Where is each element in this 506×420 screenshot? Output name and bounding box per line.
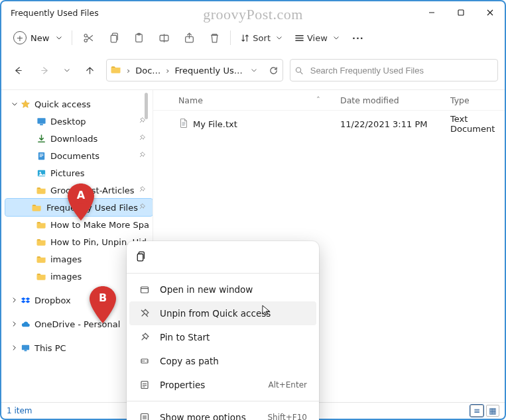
- ctx-pin-to-start[interactable]: Pin to Start: [129, 325, 316, 349]
- sidebar-item-label: Quick access: [34, 99, 91, 109]
- address-bar[interactable]: › Doc… › Frequently Us…: [106, 59, 283, 81]
- documents-icon: [36, 150, 46, 161]
- cloud-icon: [20, 319, 31, 329]
- ctx-item-label: Copy as path: [160, 356, 219, 366]
- sidebar-item-groovypost-articles[interactable]: GroovyPost-Articles: [21, 182, 153, 199]
- sidebar-item-documents[interactable]: Documents: [21, 147, 153, 164]
- ctx-shortcut: Alt+Enter: [268, 380, 307, 390]
- search-input[interactable]: [309, 65, 493, 76]
- sort-label: Sort: [253, 33, 271, 43]
- close-button[interactable]: [475, 1, 505, 24]
- file-type: Text Document: [450, 114, 505, 134]
- folder-icon: [36, 271, 46, 282]
- pictures-icon: [36, 168, 46, 178]
- cut-button[interactable]: [76, 28, 100, 48]
- sidebar-item-pictures[interactable]: Pictures: [21, 164, 153, 182]
- sidebar-item-label: Downloads: [50, 134, 97, 144]
- refresh-button[interactable]: [265, 62, 283, 79]
- sidebar-item-label: images: [50, 254, 82, 264]
- ctx-show-more-options[interactable]: Show more options Shift+F10: [129, 405, 316, 420]
- ctx-unpin-quick-access[interactable]: Unpin from Quick access: [129, 301, 316, 325]
- dropbox-icon: [20, 295, 31, 305]
- copy-button[interactable]: [101, 28, 125, 48]
- status-view-icons[interactable]: ≡ ▦: [470, 405, 499, 417]
- sidebar-item-folder[interactable]: How to Make More Spa: [21, 216, 153, 233]
- up-button[interactable]: [80, 60, 99, 80]
- rename-button[interactable]: [152, 28, 176, 48]
- forward-button[interactable]: [34, 60, 54, 80]
- col-name-label: Name: [178, 95, 203, 105]
- address-chevron[interactable]: [245, 62, 263, 79]
- sidebar-item-downloads[interactable]: Downloads: [21, 130, 153, 147]
- file-row[interactable]: My File.txt 11/22/2021 3:11 PM Text Docu…: [153, 115, 505, 133]
- ctx-copy-as-path[interactable]: Copy as path: [129, 349, 316, 373]
- monitor-icon: [20, 342, 31, 353]
- ctx-properties[interactable]: Properties Alt+Enter: [129, 373, 316, 397]
- sort-button[interactable]: Sort: [235, 28, 288, 48]
- minimize-button[interactable]: [417, 1, 446, 24]
- ctx-item-label: Show more options: [160, 412, 246, 420]
- ctx-shortcut: Shift+F10: [267, 413, 307, 420]
- delete-button[interactable]: [202, 28, 226, 48]
- copy-icon[interactable]: [135, 251, 146, 264]
- sidebar-item-label: Documents: [50, 151, 99, 161]
- column-headers[interactable]: Name ˆ Date modified Type: [153, 90, 505, 111]
- breadcrumb-seg[interactable]: Frequently Us…: [175, 66, 243, 76]
- folder-icon: [36, 236, 46, 247]
- item-count: 1 item: [7, 406, 32, 415]
- view-button[interactable]: View: [289, 28, 345, 48]
- chevron-down-icon: [333, 34, 340, 41]
- maximize-button[interactable]: [446, 1, 475, 24]
- chevron-down-icon: [11, 101, 18, 107]
- arrow-right-icon: [40, 66, 50, 76]
- scrollbar[interactable]: [145, 93, 148, 119]
- back-button[interactable]: [8, 60, 28, 80]
- file-list[interactable]: My File.txt 11/22/2021 3:11 PM Text Docu…: [153, 111, 505, 133]
- ctx-open-new-window[interactable]: Open in new window: [129, 278, 316, 301]
- context-menu[interactable]: Open in new window Unpin from Quick acce…: [127, 241, 319, 420]
- search-box[interactable]: [290, 59, 498, 81]
- recent-locations-button[interactable]: [61, 60, 73, 80]
- downloads-icon: [36, 133, 46, 144]
- new-button[interactable]: + New: [8, 28, 68, 48]
- copy-path-icon: [139, 355, 151, 367]
- pin-icon: [139, 331, 151, 343]
- breadcrumb-seg[interactable]: Doc…: [135, 66, 160, 76]
- ctx-item-label: Unpin from Quick access: [160, 308, 271, 319]
- view-label: View: [307, 33, 328, 43]
- sidebar-item-desktop[interactable]: Desktop: [21, 113, 153, 130]
- star-icon: [20, 99, 31, 109]
- toolbar-divider: [72, 30, 72, 45]
- refresh-icon: [269, 66, 279, 76]
- col-date-label: Date modified: [340, 95, 399, 105]
- folder-icon: [36, 219, 46, 230]
- col-type[interactable]: Type: [450, 95, 505, 105]
- titlebar: Frequently Used Files: [1, 1, 505, 24]
- chevron-down-icon: [64, 67, 70, 74]
- sidebar-item-label: GroovyPost-Articles: [50, 185, 135, 195]
- share-button[interactable]: [177, 28, 201, 48]
- sort-icon: [240, 33, 250, 43]
- breadcrumb-sep: ›: [127, 66, 130, 76]
- sidebar-quick-access[interactable]: Quick access: [5, 95, 153, 113]
- sidebar-item-label: Pictures: [50, 168, 84, 178]
- desktop-icon: [36, 116, 46, 127]
- sidebar-item-frequently-used-files[interactable]: Frequently Used Files: [5, 199, 153, 216]
- more-options-icon: [139, 411, 151, 420]
- pin-icon: [138, 134, 146, 144]
- chevron-down-icon: [56, 34, 62, 41]
- properties-icon: [139, 379, 151, 391]
- large-icons-view-icon[interactable]: ▦: [486, 405, 499, 417]
- new-label: New: [31, 33, 49, 43]
- paste-button[interactable]: [127, 28, 151, 48]
- arrow-left-icon: [13, 66, 23, 76]
- more-button[interactable]: ···: [346, 28, 370, 48]
- plus-icon: +: [13, 31, 27, 44]
- details-view-icon[interactable]: ≡: [470, 405, 483, 417]
- col-date[interactable]: Date modified: [340, 95, 450, 105]
- file-date: 11/22/2021 3:11 PM: [340, 119, 450, 129]
- chevron-down-icon: [276, 34, 283, 41]
- col-name[interactable]: Name ˆ: [178, 95, 340, 105]
- chevron-down-icon: [251, 67, 257, 74]
- toolbar-divider: [230, 30, 231, 45]
